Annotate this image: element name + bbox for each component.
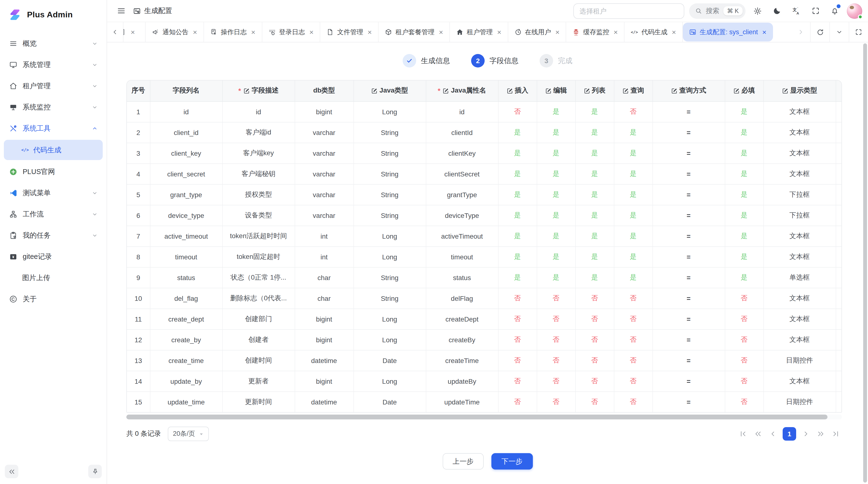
cell-查询[interactable]: 是 <box>614 226 652 246</box>
vertical-scrollbar[interactable] <box>863 43 867 483</box>
cell-字段描述[interactable]: 客户端秘钥 <box>222 163 294 184</box>
notifications-bell-button[interactable] <box>828 4 842 18</box>
cell-显示类型[interactable]: 下拉框 <box>763 205 836 226</box>
cell-列表[interactable]: 是 <box>575 205 614 226</box>
cell-显示类型[interactable]: 日期控件 <box>763 350 836 371</box>
cell-字段描述[interactable]: 授权类型 <box>222 184 294 205</box>
cell-插入[interactable]: 是 <box>498 122 537 143</box>
cell-Java属性名[interactable]: status <box>426 267 498 288</box>
cell-列表[interactable]: 否 <box>575 329 614 350</box>
cell-列表[interactable]: 是 <box>575 101 614 122</box>
tab-cache-monitor[interactable]: redis缓存监控× <box>566 22 625 42</box>
fullscreen-button[interactable] <box>808 4 823 18</box>
cell-必填[interactable]: 否 <box>725 309 763 329</box>
tab-login-log[interactable]: 登录日志× <box>262 22 320 42</box>
cell-显示类型[interactable]: 文本框 <box>763 309 836 329</box>
cell-查询方式[interactable]: = <box>652 226 725 246</box>
cell-编辑[interactable]: 是 <box>537 267 575 288</box>
cell-查询方式[interactable]: = <box>652 143 725 163</box>
cell-必填[interactable]: 否 <box>725 391 763 412</box>
cell-Java属性名[interactable]: deviceType <box>426 205 498 226</box>
cell-查询方式[interactable]: = <box>652 391 725 412</box>
cell-列表[interactable]: 否 <box>575 350 614 371</box>
cell-显示类型[interactable]: 文本框 <box>763 143 836 163</box>
cell-Java类型[interactable]: Long <box>353 101 426 122</box>
cell-显示类型[interactable]: 下拉框 <box>763 184 836 205</box>
cell-编辑[interactable]: 是 <box>537 246 575 267</box>
previous-page-button[interactable] <box>768 427 778 441</box>
close-icon[interactable]: × <box>309 28 314 36</box>
cell-字段描述[interactable]: 创建者 <box>222 329 294 350</box>
cell-查询[interactable]: 是 <box>614 267 652 288</box>
cell-Java类型[interactable]: Long <box>353 309 426 329</box>
horizontal-scrollbar[interactable] <box>126 415 842 419</box>
cell-Java类型[interactable]: Date <box>353 391 426 412</box>
cell-必填[interactable]: 否 <box>725 350 763 371</box>
current-page[interactable]: 1 <box>783 427 796 441</box>
cell-查询[interactable]: 是 <box>614 205 652 226</box>
cell-Java属性名[interactable]: updateBy <box>426 371 498 391</box>
cell-字段描述[interactable]: 更新者 <box>222 371 294 391</box>
tab-file-management[interactable]: 文件管理× <box>320 22 379 42</box>
cell-Java类型[interactable]: String <box>353 288 426 309</box>
language-translate-button[interactable]: 文A <box>789 4 803 18</box>
close-icon[interactable]: × <box>439 28 443 36</box>
cell-查询[interactable]: 否 <box>614 101 652 122</box>
cell-查询方式[interactable]: = <box>652 267 725 288</box>
cell-必填[interactable]: 是 <box>725 267 763 288</box>
cell-字段描述[interactable]: id <box>222 101 294 122</box>
cell-编辑[interactable]: 否 <box>537 288 575 309</box>
tabs-scroll-left-button[interactable] <box>107 22 123 42</box>
cell-列表[interactable]: 是 <box>575 184 614 205</box>
sidebar-item-system-tools[interactable]: 系统工具 <box>4 118 103 139</box>
cell-显示类型[interactable]: 单选框 <box>763 267 836 288</box>
cell-编辑[interactable]: 是 <box>537 163 575 184</box>
refresh-tab-button[interactable] <box>810 22 830 42</box>
cell-编辑[interactable]: 是 <box>537 122 575 143</box>
cell-字段描述[interactable]: 状态（0正常 1停... <box>222 267 294 288</box>
cell-列表[interactable]: 否 <box>575 288 614 309</box>
cell-查询[interactable]: 是 <box>614 122 652 143</box>
tab-generate-config[interactable]: 生成配置: sys_client× <box>683 23 773 41</box>
global-search[interactable]: 搜索 ⌘ K <box>689 3 745 19</box>
cell-查询[interactable]: 否 <box>614 288 652 309</box>
cell-查询方式[interactable]: = <box>652 184 725 205</box>
cell-列表[interactable]: 是 <box>575 143 614 163</box>
cell-字段描述[interactable]: 客户端id <box>222 122 294 143</box>
first-page-button[interactable] <box>738 427 748 441</box>
sidebar-item-overview[interactable]: 概览 <box>4 33 103 54</box>
cell-编辑[interactable]: 是 <box>537 226 575 246</box>
cell-必填[interactable]: 否 <box>725 329 763 350</box>
cell-Java类型[interactable]: String <box>353 184 426 205</box>
cell-编辑[interactable]: 是 <box>537 143 575 163</box>
cell-必填[interactable]: 是 <box>725 184 763 205</box>
close-icon[interactable]: × <box>193 28 197 36</box>
cell-必填[interactable]: 是 <box>725 226 763 246</box>
cell-插入[interactable]: 否 <box>498 288 537 309</box>
cell-Java类型[interactable]: String <box>353 143 426 163</box>
cell-查询方式[interactable]: = <box>652 350 725 371</box>
cell-插入[interactable]: 否 <box>498 391 537 412</box>
cell-显示类型[interactable]: 文本框 <box>763 226 836 246</box>
sidebar-item-system-management[interactable]: 系统管理 <box>4 54 103 75</box>
close-icon[interactable]: × <box>555 28 560 36</box>
cell-列表[interactable]: 是 <box>575 246 614 267</box>
sidebar-item-system-monitor[interactable]: 系统监控 <box>4 96 103 118</box>
sidebar-item-image-upload[interactable]: 图片上传 <box>4 267 103 288</box>
cell-Java属性名[interactable]: timeout <box>426 246 498 267</box>
cell-Java属性名[interactable]: createTime <box>426 350 498 371</box>
cell-必填[interactable]: 是 <box>725 101 763 122</box>
sidebar-item-tenant-management[interactable]: 租户管理 <box>4 75 103 96</box>
cell-Java属性名[interactable]: id <box>426 101 498 122</box>
settings-gear-button[interactable] <box>750 4 765 18</box>
next-page-button[interactable] <box>801 427 811 441</box>
cell-查询[interactable]: 否 <box>614 309 652 329</box>
cell-必填[interactable]: 是 <box>725 122 763 143</box>
jump-forward-button[interactable] <box>815 427 826 441</box>
cell-字段描述[interactable]: 创建时间 <box>222 350 294 371</box>
cell-Java类型[interactable]: String <box>353 205 426 226</box>
cell-查询方式[interactable]: = <box>652 122 725 143</box>
sidebar-item-workflow[interactable]: 工作流 <box>4 203 103 225</box>
cell-Java类型[interactable]: String <box>353 122 426 143</box>
cell-查询[interactable]: 是 <box>614 143 652 163</box>
